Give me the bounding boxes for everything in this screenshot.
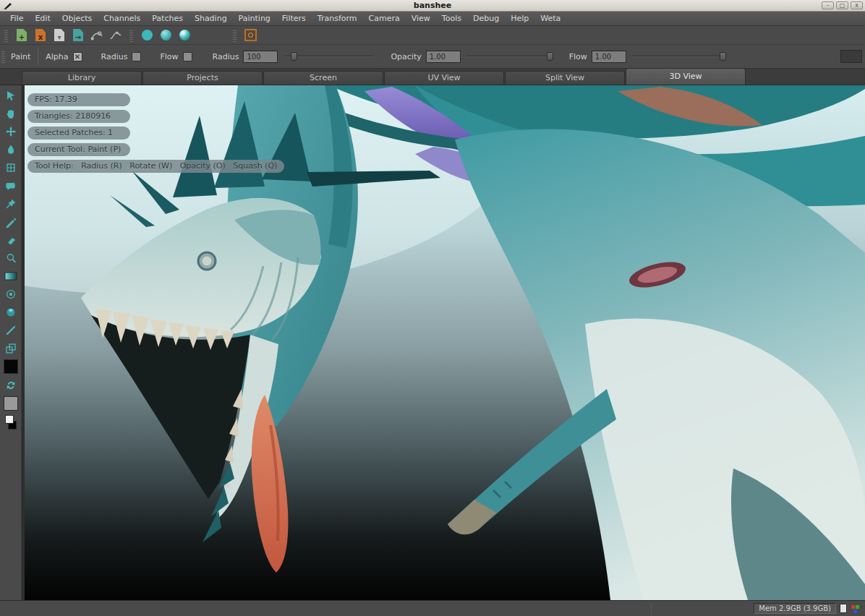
tab-split-view[interactable]: Split View — [505, 71, 625, 85]
flow-input[interactable] — [592, 51, 626, 63]
shading-full-icon[interactable] — [178, 29, 191, 42]
menu-channels[interactable]: Channels — [98, 12, 146, 25]
tab-library[interactable]: Library — [22, 71, 142, 85]
new-project-icon[interactable]: + — [15, 29, 28, 42]
title-bar[interactable]: banshee - □ x — [0, 0, 865, 12]
tab-projects[interactable]: Projects — [142, 71, 263, 85]
blur-rings-icon[interactable] — [4, 287, 18, 301]
viewport-hud: FPS: 17.39 Triangles: 2180916 Selected P… — [27, 93, 284, 173]
menu-camera[interactable]: Camera — [363, 12, 406, 25]
swap-colors-icon[interactable] — [4, 378, 18, 392]
tool-column — [0, 85, 22, 600]
foreground-color-swatch[interactable] — [4, 359, 18, 374]
path-draw-icon[interactable] — [109, 29, 122, 42]
radius-label: Radius — [213, 52, 239, 61]
paint-options-bar: Paint Alpha ✕ Radius Flow Radius Opacity… — [0, 45, 865, 69]
menu-shading[interactable]: Shading — [189, 12, 233, 25]
rgb-channels-icon[interactable] — [851, 604, 861, 614]
maximize-button[interactable]: □ — [836, 1, 848, 9]
alpha-checkbox[interactable]: ✕ — [73, 52, 82, 61]
status-bar: Mem 2.9GB (3.9GB) — [0, 600, 865, 616]
alpha-label: Alpha — [46, 52, 68, 61]
view-tab-bar: Library Projects Screen UV View Split Vi… — [0, 69, 865, 85]
background-color-swatch[interactable] — [4, 396, 18, 411]
flow-checkbox[interactable] — [183, 52, 192, 61]
toolbar-grip[interactable] — [4, 29, 8, 42]
opacity-input[interactable] — [426, 51, 461, 63]
tab-screen[interactable]: Screen — [263, 71, 383, 85]
flow-label: Flow — [569, 52, 587, 61]
brush-line-icon[interactable] — [4, 215, 18, 228]
hud-fps: FPS: 17.39 — [27, 93, 130, 106]
select-arrow-icon[interactable] — [4, 88, 18, 102]
fg-bg-swatches-icon[interactable] — [4, 415, 18, 429]
color-sample-swatch — [840, 604, 847, 613]
paint-blob-icon[interactable] — [4, 179, 18, 192]
eraser-icon[interactable] — [4, 233, 18, 247]
close-button[interactable]: x — [851, 1, 863, 9]
pan-hand-icon[interactable] — [4, 106, 18, 120]
gradient-rect-icon[interactable] — [4, 269, 18, 283]
menu-bar: File Edit Objects Channels Patches Shadi… — [0, 12, 865, 26]
separator — [38, 48, 38, 65]
radius-toggle-label: Radius — [101, 52, 128, 61]
menu-filters[interactable]: Filters — [276, 12, 312, 25]
hud-selected-patches: Selected Patches: 1 — [27, 127, 130, 140]
menu-tools[interactable]: Tools — [436, 12, 467, 25]
menu-patches[interactable]: Patches — [146, 12, 189, 25]
paint-sphere-icon[interactable] — [4, 305, 18, 319]
path-edit-icon[interactable] — [90, 29, 103, 42]
menu-edit[interactable]: Edit — [29, 12, 56, 25]
toolbar-grip[interactable] — [129, 29, 133, 42]
opacity-slider[interactable] — [466, 51, 553, 61]
shading-basic-icon[interactable] — [159, 29, 172, 42]
opacity-label: Opacity — [391, 52, 421, 61]
radius-slider[interactable] — [285, 51, 373, 61]
paintbar-grip[interactable] — [1, 50, 5, 63]
export-project-icon[interactable]: → — [72, 29, 85, 42]
hud-tool-help: Tool Help: Radius (R) Rotate (W) Opacity… — [27, 160, 284, 173]
flow-slider[interactable] — [632, 51, 726, 61]
paintbar-end-widget — [840, 50, 862, 63]
radius-input[interactable] — [243, 51, 278, 63]
warp-grid-icon[interactable] — [4, 161, 18, 174]
menu-painting[interactable]: Painting — [233, 12, 276, 25]
paint-tool-label: Paint — [11, 52, 30, 61]
minimize-button[interactable]: - — [822, 1, 834, 9]
menu-view[interactable]: View — [406, 12, 436, 25]
paint-drop-icon[interactable] — [4, 142, 18, 156]
menu-file[interactable]: File — [4, 12, 29, 25]
zoom-circle-icon[interactable] — [4, 251, 18, 265]
main-area: FPS: 17.39 Triangles: 2180916 Selected P… — [0, 85, 865, 600]
pin-icon[interactable] — [4, 197, 18, 210]
main-toolbar: + x ▾ → — [0, 26, 865, 45]
lighting-box-icon[interactable] — [244, 29, 257, 42]
hud-current-tool: Current Tool: Paint (P) — [27, 143, 130, 156]
close-project-icon[interactable]: x — [34, 29, 47, 42]
window-title: banshee — [0, 1, 865, 10]
3d-viewport-canvas[interactable]: FPS: 17.39 Triangles: 2180916 Selected P… — [25, 85, 865, 600]
app-window: banshee - □ x File Edit Objects Channels… — [0, 0, 865, 616]
menu-objects[interactable]: Objects — [56, 12, 98, 25]
flow-toggle-label: Flow — [160, 52, 178, 61]
memory-usage: Mem 2.9GB (3.9GB) — [754, 603, 836, 614]
status-separator — [651, 602, 652, 615]
move-cross-icon[interactable] — [4, 124, 18, 138]
open-project-icon[interactable]: ▾ — [53, 29, 66, 42]
tab-3d-view[interactable]: 3D View — [626, 68, 746, 85]
hud-triangles: Triangles: 2180916 — [27, 110, 130, 123]
toolbar-grip[interactable] — [233, 29, 237, 42]
menu-weta[interactable]: Weta — [534, 12, 566, 25]
stroke-slash-icon[interactable] — [4, 323, 18, 337]
menu-transform[interactable]: Transform — [312, 12, 363, 25]
menu-help[interactable]: Help — [505, 12, 534, 25]
tab-uv-view[interactable]: UV View — [384, 71, 504, 85]
clone-stamp-icon[interactable] — [4, 341, 18, 355]
menu-debug[interactable]: Debug — [467, 12, 505, 25]
shading-flat-icon[interactable] — [140, 29, 153, 42]
radius-checkbox[interactable] — [132, 52, 141, 61]
